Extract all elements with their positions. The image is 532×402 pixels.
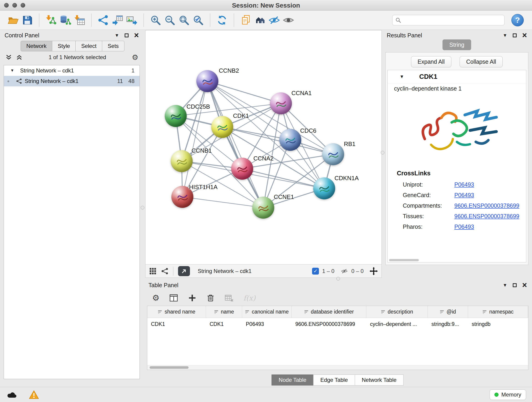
cell-name[interactable]: CDK1	[206, 318, 242, 330]
show-columns-icon[interactable]	[169, 293, 178, 303]
refresh-button[interactable]	[215, 13, 229, 27]
zoom-selected-button[interactable]	[191, 13, 205, 27]
import-network-from-file-button[interactable]	[44, 13, 58, 27]
panel-close-icon[interactable]: ×	[522, 31, 527, 39]
tab-network[interactable]: Network	[21, 41, 52, 51]
hide-selected-button[interactable]	[267, 13, 281, 27]
import-table-from-file-button[interactable]	[72, 13, 87, 27]
cell-namespace[interactable]: stringdb	[468, 318, 528, 330]
crosslink-tissues-link[interactable]: 9606.ENSP00000378699	[454, 213, 519, 220]
sort-icon	[381, 310, 385, 314]
import-table-icon	[74, 14, 85, 26]
tab-string[interactable]: String	[443, 39, 471, 50]
network-node-rb1[interactable]	[322, 143, 344, 165]
network-node-cdc6[interactable]	[279, 129, 301, 151]
left-splitter-handle[interactable]	[141, 206, 144, 210]
grid-view-button[interactable]	[149, 268, 157, 275]
crosslink-uniprot-link[interactable]: P06493	[454, 181, 474, 188]
column-header[interactable]: canonical name	[242, 306, 292, 318]
show-all-button[interactable]	[281, 13, 296, 27]
panel-maximize-icon[interactable]	[513, 283, 517, 287]
network-collection-row[interactable]: ▼ String Network – cdk1 1	[4, 65, 139, 76]
panel-close-icon[interactable]: ×	[134, 31, 139, 39]
network-node-ccne1[interactable]	[252, 197, 274, 219]
crosslink-pharos-link[interactable]: P06493	[454, 223, 474, 230]
selected-nodes-checkbox-icon[interactable]: ✓	[312, 268, 319, 274]
right-splitter-handle[interactable]	[381, 151, 385, 154]
birdseye-view-button[interactable]	[161, 268, 168, 275]
main-toolbar: ?	[0, 11, 532, 30]
network-options-gear-icon[interactable]: ⚙	[132, 53, 138, 62]
expand-all-button[interactable]: Expand All	[411, 56, 451, 67]
zoom-fit-button[interactable]	[177, 13, 191, 27]
collection-count: 1	[132, 67, 134, 74]
column-header[interactable]: description	[366, 306, 428, 318]
scrollbar-thumb[interactable]	[150, 366, 189, 369]
collapse-all-networks-icon[interactable]	[16, 54, 23, 61]
crosslink-genecard-link[interactable]: P06493	[454, 192, 474, 198]
cell-shared-name[interactable]: CDK1	[147, 318, 206, 330]
tab-network-table[interactable]: Network Table	[355, 375, 404, 385]
network-node-ccnb2[interactable]	[196, 70, 218, 92]
search-input[interactable]	[404, 17, 501, 23]
memory-button[interactable]: Memory	[490, 389, 526, 400]
tab-edge-table[interactable]: Edge Table	[313, 375, 355, 385]
cloud-icon[interactable]	[6, 390, 18, 399]
search-box[interactable]	[392, 15, 505, 26]
column-header[interactable]: name	[206, 306, 242, 318]
column-header[interactable]: shared name	[147, 306, 206, 318]
new-network-from-table-button[interactable]	[110, 13, 125, 27]
tab-select[interactable]: Select	[75, 41, 102, 51]
tab-style[interactable]: Style	[52, 41, 76, 51]
column-header[interactable]: namespac	[468, 306, 528, 318]
home-networks-button[interactable]	[253, 13, 267, 27]
create-column-plus-icon[interactable]	[188, 294, 196, 302]
cell-canonical-name[interactable]: P06493	[242, 318, 292, 330]
warning-icon[interactable]	[29, 390, 39, 400]
crosslink-compartments-link[interactable]: 9606.ENSP00000378699	[454, 202, 519, 209]
table-options-gear-icon[interactable]: ⚙	[152, 293, 159, 303]
network-node-ccnb1[interactable]	[171, 150, 193, 172]
save-session-button[interactable]	[20, 13, 34, 27]
network-node-cdc25b[interactable]	[165, 105, 187, 127]
new-network-button[interactable]	[96, 13, 110, 27]
network-node-ccna2[interactable]	[231, 158, 253, 180]
zoom-in-button[interactable]	[148, 13, 163, 27]
tab-sets[interactable]: Sets	[102, 41, 124, 51]
crosshair-move-icon[interactable]	[370, 267, 378, 275]
delete-column-trash-icon[interactable]	[206, 294, 215, 302]
panel-close-icon[interactable]: ×	[522, 281, 527, 289]
collapse-all-button[interactable]: Collapse All	[460, 56, 503, 67]
tab-node-table[interactable]: Node Table	[272, 375, 313, 385]
database-import-icon	[59, 14, 71, 26]
network-canvas[interactable]: CCNB2CCNA1CDC25BCDK1CDC6RB1CCNB1CCNA2CDK…	[146, 31, 381, 264]
results-scrollbar[interactable]	[389, 259, 419, 261]
collapse-gene-icon[interactable]: ▼	[399, 74, 404, 79]
network-node-cdkn1a[interactable]	[313, 177, 335, 199]
network-node-ccna1[interactable]	[270, 92, 292, 114]
panel-float-icon[interactable]: ▼	[503, 33, 507, 38]
table-row[interactable]: CDK1 CDK1 P06493 9606.ENSP00000378699 cy…	[147, 318, 528, 330]
annotations-button[interactable]	[239, 13, 253, 27]
expand-all-networks-icon[interactable]	[5, 54, 12, 61]
cell-at-id[interactable]: stringdb:9...	[428, 318, 468, 330]
bottom-splitter-handle[interactable]	[336, 277, 340, 281]
panel-maximize-icon[interactable]	[513, 33, 517, 37]
column-header[interactable]: database identifier	[292, 306, 366, 318]
help-button[interactable]: ?	[511, 14, 524, 26]
panel-float-icon[interactable]: ▼	[114, 33, 119, 38]
panel-maximize-icon[interactable]	[125, 33, 128, 37]
network-node-cdk1[interactable]	[211, 116, 233, 138]
panel-float-icon[interactable]: ▼	[503, 283, 507, 287]
tree-expander-icon[interactable]: ▼	[10, 68, 14, 73]
horizontal-scrollbar[interactable]	[147, 365, 528, 370]
column-header[interactable]: @id	[428, 306, 468, 318]
detach-view-button[interactable]	[178, 266, 190, 276]
cell-description[interactable]: cyclin–dependent ...	[366, 318, 428, 330]
import-network-from-database-button[interactable]	[58, 13, 72, 27]
network-row[interactable]: ● String Network – cdk1 11 48	[4, 76, 139, 86]
open-session-button[interactable]	[6, 13, 20, 27]
export-image-button[interactable]	[125, 13, 139, 27]
cell-database-identifier[interactable]: 9606.ENSP00000378699	[292, 318, 366, 330]
zoom-out-button[interactable]	[163, 13, 177, 27]
